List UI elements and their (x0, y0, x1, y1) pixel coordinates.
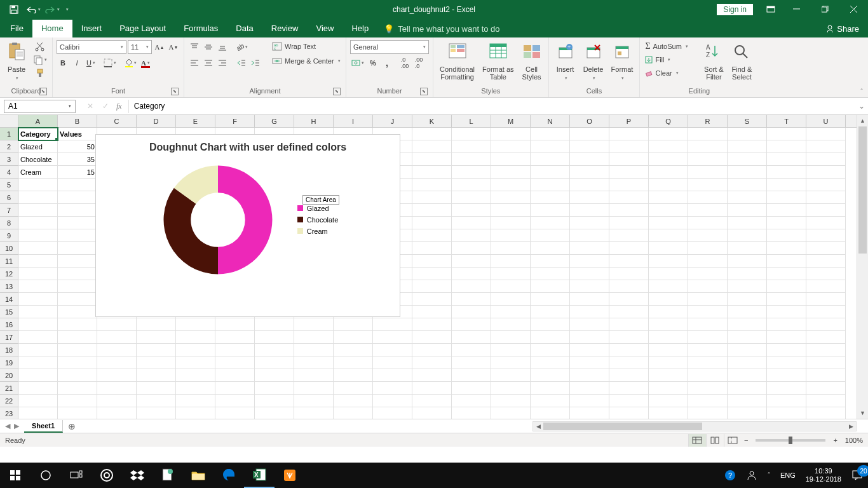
cell-P5[interactable] (609, 179, 649, 191)
cell-G22[interactable] (255, 395, 294, 407)
cell-M1[interactable] (491, 128, 531, 140)
cell-A21[interactable] (18, 382, 58, 395)
cell-E19[interactable] (176, 356, 215, 369)
cell-M18[interactable] (491, 344, 531, 356)
clear-button[interactable]: Clear▾ (644, 67, 698, 79)
row-header-15[interactable]: 15 (0, 306, 18, 318)
row-header-4[interactable]: 4 (0, 166, 18, 179)
cell-J21[interactable] (373, 382, 412, 395)
cell-S17[interactable] (728, 331, 767, 344)
cell-M9[interactable] (491, 229, 531, 242)
cell-B13[interactable] (58, 280, 97, 293)
cell-G17[interactable] (255, 331, 294, 344)
cell-S14[interactable] (728, 293, 767, 306)
cell-Q5[interactable] (649, 179, 688, 191)
cell-M7[interactable] (491, 204, 531, 217)
cell-L20[interactable] (452, 369, 491, 382)
cell-P3[interactable] (609, 153, 649, 166)
cell-L13[interactable] (452, 280, 491, 293)
col-header-B[interactable]: B (58, 115, 97, 127)
cell-A15[interactable] (18, 306, 58, 318)
cell-L9[interactable] (452, 229, 491, 242)
cell-R10[interactable] (688, 242, 728, 255)
cell-T12[interactable] (767, 268, 806, 280)
cell-U13[interactable] (806, 280, 846, 293)
cell-L2[interactable] (452, 140, 491, 153)
tab-help[interactable]: Help (342, 20, 377, 37)
cell-N7[interactable] (531, 204, 570, 217)
tray-help-icon[interactable]: ? (719, 463, 741, 488)
cell-N3[interactable] (531, 153, 570, 166)
cell-K4[interactable] (412, 166, 452, 179)
increase-font-button[interactable]: A▲ (153, 41, 166, 53)
cell-A22[interactable] (18, 395, 58, 407)
cell-T19[interactable] (767, 356, 806, 369)
chart-object[interactable]: Doughnut Chart with user defined colors … (95, 134, 400, 317)
cell-Q8[interactable] (649, 217, 688, 229)
cell-M6[interactable] (491, 191, 531, 204)
cell-M4[interactable] (491, 166, 531, 179)
cell-R2[interactable] (688, 140, 728, 153)
cell-U3[interactable] (806, 153, 846, 166)
taskbar-edge[interactable] (214, 463, 244, 488)
cell-Q20[interactable] (649, 369, 688, 382)
col-header-I[interactable]: I (334, 115, 373, 127)
cell-R9[interactable] (688, 229, 728, 242)
cell-N1[interactable] (531, 128, 570, 140)
cell-G23[interactable] (255, 407, 294, 419)
cell-A7[interactable] (18, 204, 58, 217)
cell-O11[interactable] (570, 255, 609, 268)
donut-slice-glazed[interactable] (218, 165, 273, 274)
cell-T14[interactable] (767, 293, 806, 306)
row-header-10[interactable]: 10 (0, 242, 18, 255)
cell-L10[interactable] (452, 242, 491, 255)
cell-N10[interactable] (531, 242, 570, 255)
cell-N11[interactable] (531, 255, 570, 268)
cell-U14[interactable] (806, 293, 846, 306)
cortana-button[interactable] (31, 463, 61, 488)
cell-E22[interactable] (176, 395, 215, 407)
tab-view[interactable]: View (307, 20, 342, 37)
copy-button[interactable]: ▾ (32, 53, 48, 66)
cell-L11[interactable] (452, 255, 491, 268)
col-header-J[interactable]: J (373, 115, 412, 127)
cell-O20[interactable] (570, 369, 609, 382)
decrease-indent-button[interactable] (235, 57, 248, 69)
cell-L15[interactable] (452, 306, 491, 318)
cell-B21[interactable] (58, 382, 97, 395)
normal-view-button[interactable] (688, 434, 706, 447)
fill-color-button[interactable]: ▾ (123, 57, 138, 69)
cell-L22[interactable] (452, 395, 491, 407)
sort-filter-button[interactable]: AZSort & Filter (701, 40, 726, 82)
col-header-K[interactable]: K (412, 115, 452, 127)
cell-C20[interactable] (97, 369, 137, 382)
taskbar-excel[interactable]: X (244, 463, 275, 488)
cell-T6[interactable] (767, 191, 806, 204)
cell-S5[interactable] (728, 179, 767, 191)
cell-U7[interactable] (806, 204, 846, 217)
cell-M3[interactable] (491, 153, 531, 166)
cell-Q10[interactable] (649, 242, 688, 255)
cell-I22[interactable] (334, 395, 373, 407)
legend-item-glazed[interactable]: Glazed (297, 205, 339, 212)
cell-C22[interactable] (97, 395, 137, 407)
insert-cells-button[interactable]: +Insert▾ (553, 40, 578, 82)
cell-B9[interactable] (58, 229, 97, 242)
cell-A4[interactable]: Cream (18, 166, 58, 179)
cell-R8[interactable] (688, 217, 728, 229)
cell-O6[interactable] (570, 191, 609, 204)
cell-E21[interactable] (176, 382, 215, 395)
find-select-button[interactable]: Find & Select (729, 40, 754, 82)
cell-M2[interactable] (491, 140, 531, 153)
cell-B6[interactable] (58, 191, 97, 204)
close-button[interactable] (839, 0, 868, 18)
cell-B11[interactable] (58, 255, 97, 268)
cell-R21[interactable] (688, 382, 728, 395)
enter-formula-button[interactable]: ✓ (98, 102, 112, 111)
cell-T13[interactable] (767, 280, 806, 293)
cell-P16[interactable] (609, 318, 649, 331)
scroll-left-button[interactable]: ◀ (533, 423, 543, 430)
cell-S8[interactable] (728, 217, 767, 229)
hscroll-thumb[interactable] (543, 423, 702, 430)
cell-I20[interactable] (334, 369, 373, 382)
